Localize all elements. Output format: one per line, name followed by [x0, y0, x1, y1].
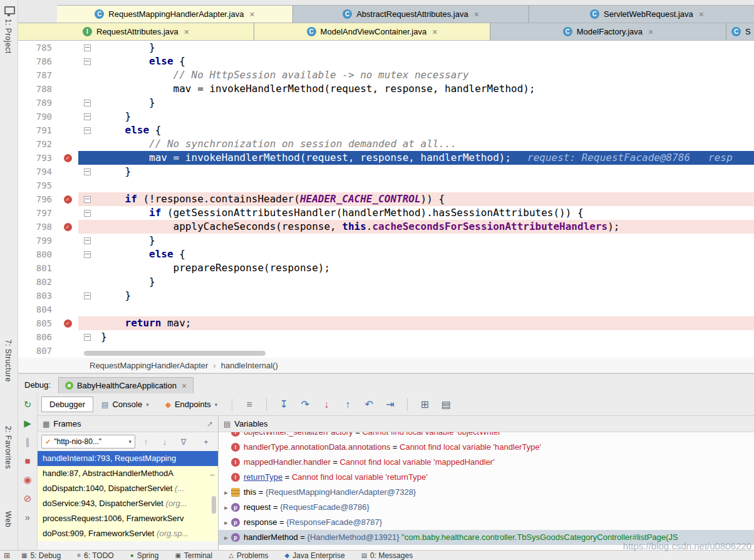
close-icon[interactable]: × — [648, 27, 653, 37]
statusbar-item[interactable]: ≡6: TODO — [77, 551, 113, 560]
code-line[interactable]: 786 else { — [18, 54, 754, 68]
code-line[interactable]: 802 } — [18, 275, 754, 289]
close-icon[interactable]: × — [474, 9, 479, 19]
debug-view-tab-endpoints[interactable]: ◆Endpoints▾ — [157, 397, 226, 412]
editor-tab[interactable]: IRequestAttributes.java× — [18, 23, 254, 40]
code-line[interactable]: 788 mav = invokeHandlerMethod(request, r… — [18, 82, 754, 96]
debug-view-tab-debugger[interactable]: Debugger — [41, 397, 93, 412]
pause-icon[interactable]: ∥ — [25, 437, 30, 447]
editor-tab[interactable]: CAbstractRequestAttributes.java× — [293, 5, 529, 23]
fold-gutter[interactable] — [78, 123, 96, 137]
editor-tab[interactable]: CModelAndViewContainer.java× — [254, 23, 490, 40]
code-text[interactable]: else { — [96, 247, 754, 261]
variable-row[interactable]: !handlerType.annotationData.annotations … — [219, 440, 754, 455]
step-out-icon[interactable]: ↑ — [337, 399, 358, 410]
fold-gutter[interactable] — [78, 192, 96, 206]
breadcrumb-item[interactable]: RequestMappingHandlerAdapter — [90, 361, 208, 370]
code-line[interactable]: 796✓ if (!response.containsHeader(HEADER… — [18, 192, 754, 206]
code-text[interactable]: } — [96, 110, 754, 123]
close-icon[interactable]: × — [699, 9, 704, 19]
code-text[interactable]: else { — [96, 54, 754, 68]
expand-chevron-icon[interactable]: ▸ — [221, 485, 231, 500]
variable-row[interactable]: !mappedHandler.handler = Cannot find loc… — [219, 455, 754, 470]
breakpoint-gutter[interactable]: ✓ — [57, 220, 78, 234]
frame-row[interactable]: doPost:909, FrameworkServlet (org.sp... — [38, 526, 218, 541]
frame-row[interactable]: doService:943, DispatcherServlet (org... — [38, 496, 218, 511]
code-line[interactable]: 787 // No HttpSession available -> no mu… — [18, 68, 754, 82]
code-text[interactable]: // No synchronization on session demande… — [96, 137, 754, 151]
code-text[interactable] — [96, 303, 754, 316]
thread-selector-dropdown[interactable]: ✓"http-nio-80..."▾ — [41, 435, 135, 449]
rerun-icon[interactable]: ↻ — [24, 400, 32, 409]
code-line[interactable]: 801 prepareResponse(response); — [18, 261, 754, 275]
code-text[interactable]: } — [96, 330, 754, 344]
statusbar-item[interactable]: ▦5: Debug — [21, 551, 61, 560]
toolwindow-button-7-structure[interactable]: 7: Structure — [4, 340, 13, 382]
force-step-into-icon[interactable]: ↓ — [316, 399, 337, 410]
debug-session-tab[interactable]: BabyHealthCareApplication × — [58, 377, 194, 393]
fold-gutter[interactable] — [78, 330, 96, 344]
code-text[interactable]: } — [96, 165, 754, 179]
code-line[interactable]: 806} — [18, 330, 754, 344]
resume-icon[interactable]: ▶ — [24, 418, 31, 428]
close-icon[interactable]: × — [184, 27, 189, 37]
frame-row[interactable]: handleInternal:793, RequestMapping — [38, 451, 218, 466]
variable-row[interactable]: !objectWriter._serializerFactory = Canno… — [219, 432, 754, 440]
frame-row[interactable]: handle:87, AbstractHandlerMethodA — [38, 466, 218, 481]
code-text[interactable]: if (!response.containsHeader(HEADER_CACH… — [96, 192, 754, 206]
fold-gutter[interactable] — [78, 247, 96, 261]
code-line[interactable]: 794 } — [18, 165, 754, 179]
evaluate-expression-icon[interactable]: ⊞ — [414, 398, 435, 410]
code-text[interactable]: // No HttpSession available -> no mutex … — [96, 68, 754, 82]
code-line[interactable]: 797 if (getSessionAttributesHandler(hand… — [18, 206, 754, 220]
code-text[interactable]: return mav; — [96, 316, 754, 330]
code-line[interactable]: 800 else { — [18, 247, 754, 261]
fold-gutter[interactable] — [78, 96, 96, 110]
fold-gutter[interactable] — [78, 206, 96, 220]
toolwindow-switcher-icon[interactable]: ⊞ — [4, 551, 10, 560]
show-execution-point-icon[interactable]: ↧ — [273, 398, 294, 410]
statusbar-item[interactable]: △Problems — [229, 551, 268, 560]
step-over-icon[interactable]: ↷ — [294, 398, 316, 410]
breakpoint-gutter[interactable]: ✓ — [57, 151, 78, 165]
editor-tab[interactable]: CModelFactory.java× — [490, 23, 726, 40]
minus-icon[interactable]: − — [210, 470, 215, 480]
expand-chevron-icon[interactable]: ▸ — [221, 515, 231, 530]
code-text[interactable]: } — [96, 96, 754, 110]
code-line[interactable]: 798✓ applyCacheSeconds(response, this.ca… — [18, 220, 754, 234]
settings-icon[interactable]: ▤ — [435, 398, 457, 410]
fold-gutter[interactable] — [78, 234, 96, 247]
variable-row[interactable]: ▸prequest = {RequestFacade@8786} — [219, 500, 754, 515]
code-text[interactable]: } — [96, 275, 754, 289]
code-line[interactable]: 804 — [18, 303, 754, 316]
fold-gutter[interactable] — [78, 41, 96, 54]
toolwindow-button-2-favorites[interactable]: 2: Favorites — [4, 426, 13, 469]
code-text[interactable]: } — [96, 41, 754, 54]
breakpoint-gutter[interactable]: ✓ — [57, 316, 78, 330]
code-line[interactable]: 799 } — [18, 234, 754, 247]
mute-breakpoints-icon[interactable]: ⊘ — [24, 494, 32, 503]
fold-gutter[interactable] — [78, 110, 96, 123]
statusbar-item[interactable]: ●Spring — [130, 551, 159, 560]
fold-gutter[interactable] — [78, 54, 96, 68]
code-text[interactable]: } — [96, 234, 754, 247]
code-line[interactable]: 795 — [18, 179, 754, 192]
code-line[interactable]: 785 } — [18, 41, 754, 54]
code-text[interactable]: } — [96, 289, 754, 303]
variable-row[interactable]: ▸presponse = {ResponseFacade@8787} — [219, 515, 754, 530]
code-text[interactable] — [96, 179, 754, 192]
frames-scrollbar[interactable] — [212, 496, 216, 514]
code-line[interactable]: 789 } — [18, 96, 754, 110]
next-frame-icon[interactable]: ↓ — [157, 437, 173, 447]
code-line[interactable]: 792 // No synchronization on session dem… — [18, 137, 754, 151]
close-icon[interactable]: × — [249, 9, 254, 19]
variable-row[interactable]: ▸this = {RequestMappingHandlerAdapter@73… — [219, 485, 754, 500]
previous-frame-icon[interactable]: ↑ — [138, 437, 154, 447]
code-text[interactable]: mav = invokeHandlerMethod(request, respo… — [96, 151, 754, 165]
code-line[interactable]: 805✓ return mav; — [18, 316, 754, 330]
restore-layout-icon[interactable]: ≡ — [239, 399, 260, 410]
view-breakpoints-icon[interactable]: ◉ — [23, 475, 31, 484]
editor-tab[interactable]: CRequestMappingHandlerAdapter.java× — [57, 5, 293, 23]
hide-frames-filter-icon[interactable]: ∇ — [175, 437, 192, 447]
breakpoint-gutter[interactable]: ✓ — [57, 192, 78, 206]
